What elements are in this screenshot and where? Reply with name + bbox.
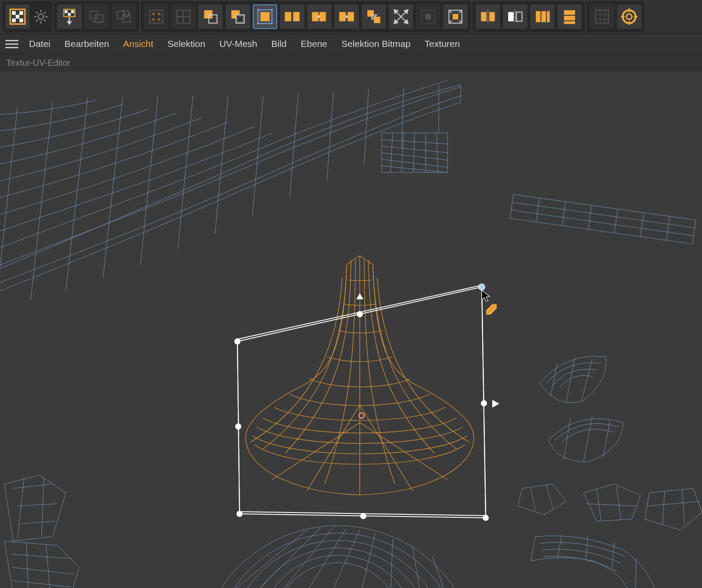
- svg-rect-53: [347, 12, 354, 22]
- uv-islands-unselected: [0, 80, 702, 588]
- svg-point-92: [627, 14, 632, 20]
- svg-line-123: [12, 567, 74, 574]
- svg-line-153: [635, 559, 636, 588]
- svg-point-28: [152, 13, 155, 15]
- arrows-out-icon[interactable]: [388, 4, 414, 29]
- svg-rect-52: [339, 12, 346, 22]
- menu-ansicht[interactable]: Ansicht: [116, 35, 161, 53]
- svg-rect-56: [374, 17, 380, 23]
- svg-point-160: [483, 515, 489, 521]
- svg-line-107: [437, 133, 438, 172]
- svg-line-112: [562, 202, 566, 226]
- frame-outline-icon[interactable]: [415, 4, 441, 29]
- uv-checker-icon[interactable]: [5, 4, 30, 29]
- svg-rect-83: [564, 10, 575, 15]
- svg-line-149: [647, 502, 700, 506]
- overlap-gap1-icon[interactable]: [279, 4, 305, 29]
- mirror-dual-icon[interactable]: [475, 4, 501, 29]
- svg-rect-27: [150, 10, 162, 23]
- grid-plain-icon[interactable]: [171, 4, 196, 29]
- panel-title: Textur-UV-Editor: [0, 54, 702, 72]
- overlap-br-x-icon[interactable]: [225, 4, 251, 29]
- svg-point-43: [257, 9, 259, 11]
- tool-group-project: [54, 2, 139, 32]
- menu-selektion-bitmap[interactable]: Selektion Bitmap: [334, 35, 418, 53]
- svg-line-128: [250, 528, 320, 588]
- mirror-v-icon[interactable]: [557, 4, 582, 29]
- menu-texturen[interactable]: Texturen: [418, 35, 467, 53]
- uv-down-arrow-icon[interactable]: [57, 4, 82, 29]
- svg-line-139: [564, 417, 570, 460]
- svg-line-146: [586, 504, 636, 506]
- menu-bild[interactable]: Bild: [264, 35, 294, 53]
- overlap-full-icon[interactable]: [252, 4, 278, 29]
- svg-line-132: [360, 533, 375, 588]
- svg-rect-77: [508, 12, 514, 22]
- tool-group-mirror: [473, 2, 584, 32]
- svg-rect-48: [293, 12, 300, 22]
- svg-line-14: [36, 20, 38, 22]
- svg-line-114: [614, 209, 618, 233]
- menu-ebene[interactable]: Ebene: [294, 35, 334, 53]
- svg-point-29: [158, 13, 160, 15]
- svg-line-98: [382, 140, 448, 144]
- overlap-arrow2-icon[interactable]: [361, 4, 387, 29]
- svg-rect-3: [16, 15, 19, 18]
- svg-rect-75: [489, 12, 495, 22]
- svg-line-130: [303, 528, 347, 588]
- menu-uvmesh[interactable]: UV-Mesh: [212, 35, 264, 53]
- svg-rect-50: [319, 12, 326, 22]
- transform-bbox[interactable]: [237, 285, 486, 516]
- overlap-gap2-icon[interactable]: [307, 4, 332, 29]
- menu-datei[interactable]: Datei: [22, 35, 57, 53]
- svg-line-121: [42, 477, 44, 537]
- svg-line-118: [18, 504, 57, 506]
- svg-line-117: [13, 484, 53, 488]
- svg-line-125: [26, 543, 29, 588]
- mirror-h-icon[interactable]: [530, 4, 555, 29]
- svg-rect-84: [564, 16, 575, 21]
- svg-rect-69: [453, 14, 458, 20]
- svg-point-163: [481, 400, 487, 406]
- svg-line-105: [413, 133, 415, 172]
- svg-rect-78: [516, 12, 522, 22]
- svg-marker-157: [492, 400, 499, 408]
- svg-point-166: [359, 413, 364, 418]
- svg-rect-16: [65, 10, 68, 13]
- scale-tool-icon: [486, 304, 497, 315]
- menu-selektion[interactable]: Selektion: [160, 35, 212, 53]
- align-grid-icon[interactable]: [589, 4, 615, 29]
- svg-line-109: [512, 202, 695, 228]
- mirror-single-icon[interactable]: [502, 4, 528, 29]
- uv-viewport[interactable]: [0, 72, 702, 588]
- remap-icon[interactable]: [84, 4, 109, 29]
- svg-line-151: [586, 535, 588, 559]
- align-circle-icon[interactable]: [616, 4, 642, 29]
- svg-line-143: [546, 485, 553, 508]
- grid-dots-icon[interactable]: [143, 4, 169, 29]
- svg-point-45: [257, 23, 259, 25]
- overlap-tl-icon[interactable]: [198, 4, 223, 29]
- recycle-icon[interactable]: [111, 4, 136, 29]
- toolbar: [0, 0, 702, 34]
- menu-bearbeiten[interactable]: Bearbeiten: [57, 35, 116, 53]
- tool-group-align: [587, 2, 644, 32]
- svg-line-113: [588, 205, 592, 229]
- svg-marker-167: [482, 290, 490, 301]
- frame-pinch-icon[interactable]: [443, 4, 468, 29]
- svg-line-110: [511, 210, 694, 236]
- svg-line-136: [551, 363, 557, 396]
- svg-marker-23: [98, 21, 101, 23]
- svg-rect-67: [426, 14, 431, 20]
- hamburger-menu-icon[interactable]: [4, 37, 22, 50]
- settings-cog-icon[interactable]: [32, 8, 50, 25]
- svg-point-91: [623, 10, 635, 23]
- transform-gizmo[interactable]: [234, 284, 499, 521]
- svg-rect-47: [285, 12, 291, 22]
- cursor-icon: [482, 290, 490, 301]
- svg-point-161: [236, 511, 243, 517]
- svg-point-165: [357, 311, 363, 317]
- svg-line-115: [640, 213, 644, 237]
- uv-island-selected[interactable]: [246, 256, 474, 495]
- overlap-arrow1-icon[interactable]: [334, 4, 359, 29]
